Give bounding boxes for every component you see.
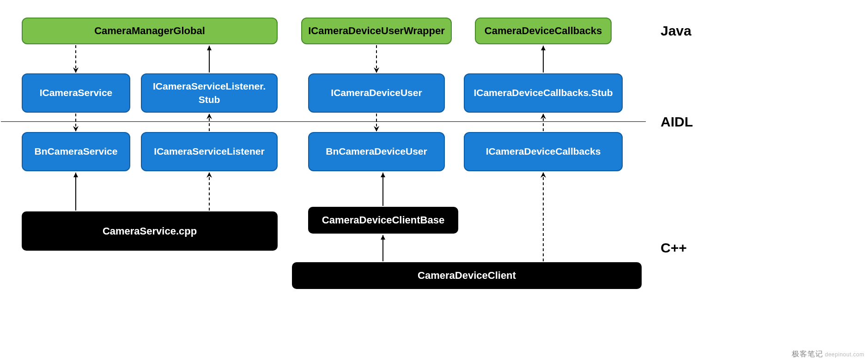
box-icamera-device-callbacks: ICameraDeviceCallbacks [464, 132, 623, 171]
box-icamera-service-listener-stub: ICameraServiceListener. Stub [141, 73, 278, 113]
box-label: ICameraDeviceUserWrapper [308, 24, 445, 38]
box-icamera-service-listener: ICameraServiceListener [141, 132, 278, 171]
layer-label-java: Java [661, 23, 692, 39]
box-label: CameraManagerGlobal [94, 24, 205, 38]
box-camera-manager-global: CameraManagerGlobal [22, 18, 278, 44]
box-icamera-device-user-wrapper: ICameraDeviceUserWrapper [301, 18, 452, 44]
box-label: ICameraServiceListener. Stub [153, 80, 266, 106]
box-label: CameraDeviceCallbacks [485, 24, 602, 38]
box-bn-camera-device-user: BnCameraDeviceUser [308, 132, 445, 171]
box-camera-device-callbacks: CameraDeviceCallbacks [475, 18, 612, 44]
box-icamera-service: ICameraService [22, 73, 130, 113]
box-label: ICameraDeviceCallbacks.Stub [473, 86, 613, 99]
box-label: ICameraDeviceUser [331, 86, 422, 99]
aidl-divider [1, 121, 646, 122]
box-label: ICameraDeviceCallbacks [486, 145, 601, 158]
box-label: BnCameraService [35, 145, 118, 158]
box-label: CameraDeviceClientBase [322, 213, 444, 227]
box-icamera-device-callbacks-stub: ICameraDeviceCallbacks.Stub [464, 73, 623, 113]
watermark-en: deepinout.com [825, 351, 864, 358]
box-icamera-device-user: ICameraDeviceUser [308, 73, 445, 113]
box-label: ICameraServiceListener [154, 145, 264, 158]
layer-label-cpp: C++ [661, 240, 687, 256]
arrows-layer [0, 0, 868, 361]
box-label: CameraDeviceClient [418, 269, 516, 283]
box-camera-service-cpp: CameraService.cpp [22, 211, 278, 251]
watermark-zh: 极客笔记 [792, 350, 823, 358]
box-bn-camera-service: BnCameraService [22, 132, 130, 171]
watermark: 极客笔记deepinout.com [792, 349, 864, 359]
box-camera-device-client-base: CameraDeviceClientBase [308, 207, 458, 234]
layer-label-aidl: AIDL [661, 114, 693, 130]
box-camera-device-client: CameraDeviceClient [292, 262, 642, 289]
box-label: BnCameraDeviceUser [326, 145, 427, 158]
box-label: ICameraService [40, 86, 113, 99]
box-label: CameraService.cpp [103, 224, 197, 238]
